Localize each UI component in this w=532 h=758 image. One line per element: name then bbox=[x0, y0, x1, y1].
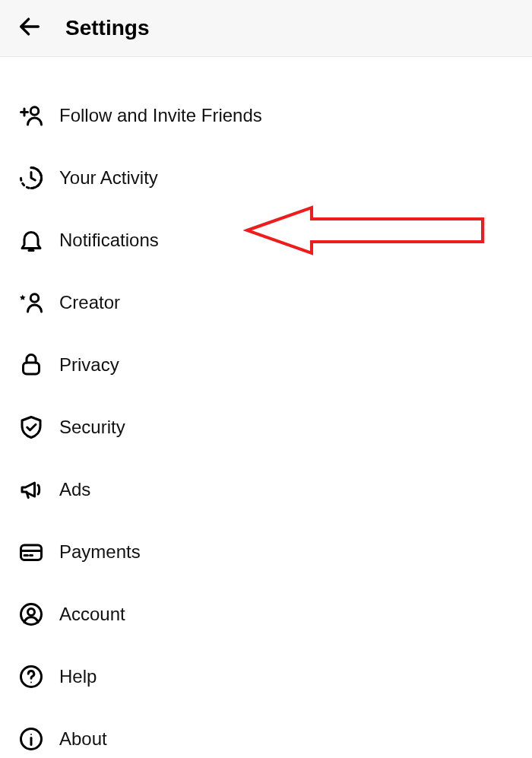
notifications-icon bbox=[15, 224, 47, 256]
back-button[interactable] bbox=[14, 12, 46, 44]
svg-rect-2 bbox=[24, 363, 40, 374]
menu-item-creator[interactable]: Creator bbox=[0, 271, 532, 334]
about-icon bbox=[15, 723, 47, 755]
menu-item-label: Notifications bbox=[59, 230, 159, 251]
creator-icon bbox=[15, 287, 47, 319]
svg-point-9 bbox=[30, 734, 32, 735]
account-icon bbox=[15, 598, 47, 630]
svg-point-1 bbox=[30, 294, 39, 303]
menu-item-label: Ads bbox=[59, 479, 90, 500]
menu-item-label: Payments bbox=[59, 541, 141, 563]
svg-rect-3 bbox=[21, 545, 42, 560]
menu-item-privacy[interactable]: Privacy bbox=[0, 334, 532, 396]
menu-item-help[interactable]: Help bbox=[0, 645, 532, 708]
security-icon bbox=[15, 411, 47, 443]
back-arrow-icon bbox=[17, 14, 43, 43]
settings-menu: Follow and Invite Friends Your Activity … bbox=[0, 57, 532, 758]
menu-item-label: Help bbox=[59, 666, 97, 687]
menu-item-security[interactable]: Security bbox=[0, 396, 532, 458]
follow-invite-icon bbox=[15, 100, 47, 132]
svg-point-0 bbox=[30, 107, 39, 116]
menu-item-notifications[interactable]: Notifications bbox=[0, 209, 532, 271]
payments-icon bbox=[15, 536, 47, 568]
privacy-icon bbox=[15, 349, 47, 381]
activity-icon bbox=[15, 162, 47, 194]
menu-item-label: Creator bbox=[59, 292, 120, 313]
menu-item-follow-invite[interactable]: Follow and Invite Friends bbox=[0, 84, 532, 147]
page-title: Settings bbox=[65, 16, 149, 40]
menu-item-label: Your Activity bbox=[59, 167, 158, 189]
menu-item-label: Privacy bbox=[59, 354, 119, 376]
menu-item-label: Follow and Invite Friends bbox=[59, 105, 262, 126]
settings-header: Settings bbox=[0, 0, 532, 57]
menu-item-activity[interactable]: Your Activity bbox=[0, 147, 532, 209]
ads-icon bbox=[15, 474, 47, 506]
menu-item-payments[interactable]: Payments bbox=[0, 521, 532, 583]
menu-item-about[interactable]: About bbox=[0, 708, 532, 758]
menu-item-label: Security bbox=[59, 417, 125, 438]
menu-item-label: Account bbox=[59, 604, 125, 625]
svg-point-7 bbox=[30, 682, 32, 683]
menu-item-label: About bbox=[59, 728, 107, 750]
svg-point-5 bbox=[28, 609, 35, 616]
menu-item-account[interactable]: Account bbox=[0, 583, 532, 645]
menu-item-ads[interactable]: Ads bbox=[0, 458, 532, 521]
help-icon bbox=[15, 661, 47, 693]
